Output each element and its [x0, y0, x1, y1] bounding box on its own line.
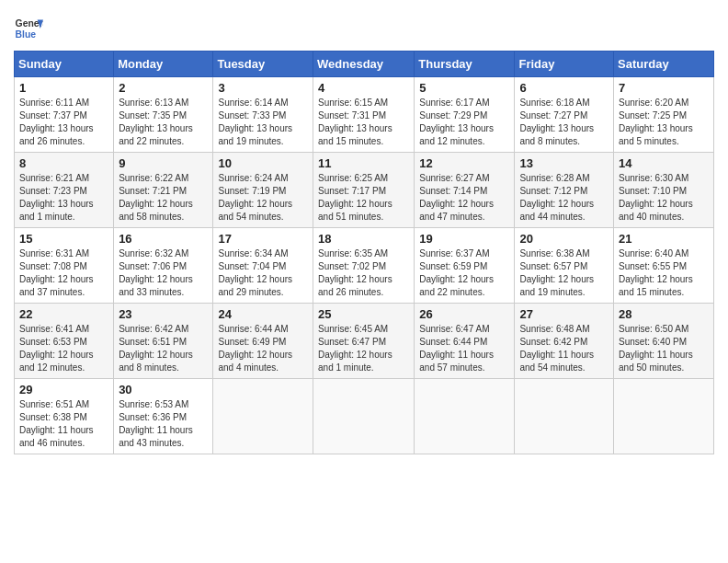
calendar-day-cell: 27Sunrise: 6:48 AMSunset: 6:42 PMDayligh…	[515, 304, 614, 379]
day-number: 20	[519, 232, 609, 246]
weekday-header-cell: Sunday	[15, 52, 114, 77]
day-info: Sunrise: 6:20 AMSunset: 7:25 PMDaylight:…	[619, 97, 709, 148]
day-number: 26	[419, 307, 509, 321]
calendar-day-cell: 24Sunrise: 6:44 AMSunset: 6:49 PMDayligh…	[213, 304, 313, 379]
calendar-day-cell: 23Sunrise: 6:42 AMSunset: 6:51 PMDayligh…	[114, 304, 213, 379]
day-info: Sunrise: 6:40 AMSunset: 6:55 PMDaylight:…	[619, 247, 709, 299]
calendar-day-cell: 21Sunrise: 6:40 AMSunset: 6:55 PMDayligh…	[614, 228, 714, 304]
weekday-header-cell: Friday	[515, 52, 614, 77]
calendar-day-cell: 18Sunrise: 6:35 AMSunset: 7:02 PMDayligh…	[313, 228, 415, 304]
page-header: General Blue	[14, 14, 714, 43]
day-number: 12	[419, 156, 509, 170]
day-info: Sunrise: 6:28 AMSunset: 7:12 PMDaylight:…	[519, 172, 609, 224]
day-number: 11	[318, 156, 409, 170]
calendar-day-cell: 30Sunrise: 6:53 AMSunset: 6:36 PMDayligh…	[114, 379, 213, 454]
day-number: 5	[419, 81, 509, 95]
svg-text:Blue: Blue	[16, 29, 37, 40]
calendar-day-cell: 25Sunrise: 6:45 AMSunset: 6:47 PMDayligh…	[313, 304, 415, 379]
day-info: Sunrise: 6:22 AMSunset: 7:21 PMDaylight:…	[119, 172, 208, 224]
day-info: Sunrise: 6:15 AMSunset: 7:31 PMDaylight:…	[318, 97, 409, 148]
day-number: 14	[619, 156, 709, 170]
day-info: Sunrise: 6:18 AMSunset: 7:27 PMDaylight:…	[519, 97, 609, 148]
day-info: Sunrise: 6:25 AMSunset: 7:17 PMDaylight:…	[318, 172, 409, 224]
calendar-day-cell: 9Sunrise: 6:22 AMSunset: 7:21 PMDaylight…	[114, 153, 213, 228]
calendar-day-cell: 22Sunrise: 6:41 AMSunset: 6:53 PMDayligh…	[15, 304, 114, 379]
calendar-day-cell: 15Sunrise: 6:31 AMSunset: 7:08 PMDayligh…	[15, 228, 114, 304]
day-number: 8	[19, 156, 108, 170]
day-number: 2	[119, 81, 208, 95]
day-number: 13	[519, 156, 609, 170]
calendar-week-row: 1Sunrise: 6:11 AMSunset: 7:37 PMDaylight…	[15, 77, 714, 153]
calendar-day-cell: 7Sunrise: 6:20 AMSunset: 7:25 PMDaylight…	[614, 77, 714, 153]
calendar-day-cell: 28Sunrise: 6:50 AMSunset: 6:40 PMDayligh…	[614, 304, 714, 379]
day-info: Sunrise: 6:47 AMSunset: 6:44 PMDaylight:…	[419, 323, 509, 374]
day-info: Sunrise: 6:14 AMSunset: 7:33 PMDaylight:…	[218, 97, 308, 148]
weekday-header-cell: Saturday	[614, 52, 714, 77]
day-info: Sunrise: 6:27 AMSunset: 7:14 PMDaylight:…	[419, 172, 509, 224]
day-info: Sunrise: 6:11 AMSunset: 7:37 PMDaylight:…	[19, 97, 108, 148]
day-number: 6	[519, 81, 609, 95]
weekday-header-row: SundayMondayTuesdayWednesdayThursdayFrid…	[15, 52, 714, 77]
day-info: Sunrise: 6:41 AMSunset: 6:53 PMDaylight:…	[19, 323, 108, 374]
calendar-day-cell	[213, 379, 313, 454]
day-number: 21	[619, 232, 709, 246]
calendar-day-cell: 6Sunrise: 6:18 AMSunset: 7:27 PMDaylight…	[515, 77, 614, 153]
calendar-day-cell: 4Sunrise: 6:15 AMSunset: 7:31 PMDaylight…	[313, 77, 415, 153]
day-info: Sunrise: 6:31 AMSunset: 7:08 PMDaylight:…	[19, 247, 108, 299]
weekday-header-cell: Wednesday	[313, 52, 415, 77]
calendar-day-cell	[313, 379, 415, 454]
day-info: Sunrise: 6:34 AMSunset: 7:04 PMDaylight:…	[218, 247, 308, 299]
day-number: 3	[218, 81, 308, 95]
calendar-day-cell	[515, 379, 614, 454]
day-info: Sunrise: 6:42 AMSunset: 6:51 PMDaylight:…	[119, 323, 208, 374]
day-info: Sunrise: 6:24 AMSunset: 7:19 PMDaylight:…	[218, 172, 308, 224]
calendar-day-cell: 5Sunrise: 6:17 AMSunset: 7:29 PMDaylight…	[415, 77, 515, 153]
calendar-day-cell: 10Sunrise: 6:24 AMSunset: 7:19 PMDayligh…	[213, 153, 313, 228]
calendar-day-cell	[614, 379, 714, 454]
day-info: Sunrise: 6:37 AMSunset: 6:59 PMDaylight:…	[419, 247, 509, 299]
logo-icon: General Blue	[14, 14, 43, 43]
day-info: Sunrise: 6:45 AMSunset: 6:47 PMDaylight:…	[318, 323, 409, 374]
calendar-day-cell: 19Sunrise: 6:37 AMSunset: 6:59 PMDayligh…	[415, 228, 515, 304]
day-number: 30	[119, 383, 208, 396]
day-number: 16	[119, 232, 208, 246]
day-info: Sunrise: 6:17 AMSunset: 7:29 PMDaylight:…	[419, 97, 509, 148]
calendar-week-row: 8Sunrise: 6:21 AMSunset: 7:23 PMDaylight…	[15, 153, 714, 228]
calendar-day-cell: 29Sunrise: 6:51 AMSunset: 6:38 PMDayligh…	[15, 379, 114, 454]
day-number: 10	[218, 156, 308, 170]
weekday-header-cell: Tuesday	[213, 52, 313, 77]
weekday-header-cell: Monday	[114, 52, 213, 77]
day-number: 9	[119, 156, 208, 170]
calendar-day-cell: 20Sunrise: 6:38 AMSunset: 6:57 PMDayligh…	[515, 228, 614, 304]
calendar-day-cell: 26Sunrise: 6:47 AMSunset: 6:44 PMDayligh…	[415, 304, 515, 379]
day-number: 28	[619, 307, 709, 321]
day-info: Sunrise: 6:44 AMSunset: 6:49 PMDaylight:…	[218, 323, 308, 374]
weekday-header-cell: Thursday	[415, 52, 515, 77]
calendar-table: SundayMondayTuesdayWednesdayThursdayFrid…	[14, 51, 714, 454]
day-info: Sunrise: 6:53 AMSunset: 6:36 PMDaylight:…	[119, 398, 208, 450]
calendar-day-cell: 16Sunrise: 6:32 AMSunset: 7:06 PMDayligh…	[114, 228, 213, 304]
day-number: 23	[119, 307, 208, 321]
day-number: 7	[619, 81, 709, 95]
calendar-day-cell: 13Sunrise: 6:28 AMSunset: 7:12 PMDayligh…	[515, 153, 614, 228]
calendar-day-cell: 11Sunrise: 6:25 AMSunset: 7:17 PMDayligh…	[313, 153, 415, 228]
day-info: Sunrise: 6:48 AMSunset: 6:42 PMDaylight:…	[519, 323, 609, 374]
day-info: Sunrise: 6:13 AMSunset: 7:35 PMDaylight:…	[119, 97, 208, 148]
calendar-day-cell: 8Sunrise: 6:21 AMSunset: 7:23 PMDaylight…	[15, 153, 114, 228]
day-number: 24	[218, 307, 308, 321]
calendar-week-row: 22Sunrise: 6:41 AMSunset: 6:53 PMDayligh…	[15, 304, 714, 379]
calendar-day-cell: 1Sunrise: 6:11 AMSunset: 7:37 PMDaylight…	[15, 77, 114, 153]
logo: General Blue	[14, 14, 43, 43]
calendar-day-cell: 12Sunrise: 6:27 AMSunset: 7:14 PMDayligh…	[415, 153, 515, 228]
day-info: Sunrise: 6:35 AMSunset: 7:02 PMDaylight:…	[318, 247, 409, 299]
day-number: 22	[19, 307, 108, 321]
day-number: 1	[19, 81, 108, 95]
calendar-body: 1Sunrise: 6:11 AMSunset: 7:37 PMDaylight…	[15, 77, 714, 454]
day-number: 17	[218, 232, 308, 246]
calendar-day-cell: 14Sunrise: 6:30 AMSunset: 7:10 PMDayligh…	[614, 153, 714, 228]
day-info: Sunrise: 6:38 AMSunset: 6:57 PMDaylight:…	[519, 247, 609, 299]
calendar-day-cell: 17Sunrise: 6:34 AMSunset: 7:04 PMDayligh…	[213, 228, 313, 304]
day-number: 18	[318, 232, 409, 246]
day-number: 4	[318, 81, 409, 95]
day-number: 29	[19, 383, 108, 396]
